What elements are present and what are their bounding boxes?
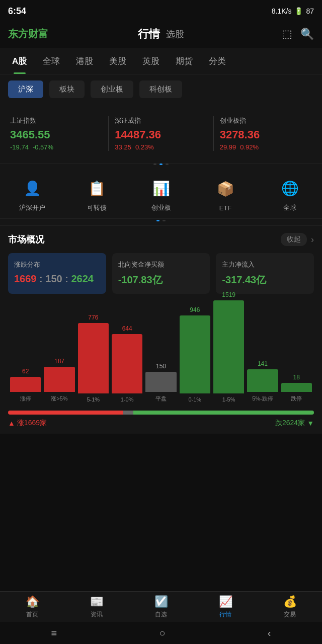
bar-flat-bar xyxy=(145,372,176,392)
tab-hk-stock[interactable]: 港股 xyxy=(68,48,101,74)
nav-news[interactable]: 📰 资讯 xyxy=(64,592,129,622)
watchlist-label: 自选 xyxy=(155,610,167,619)
index-shenzhen[interactable]: 深证成指 14487.36 33.25 0.23% xyxy=(113,112,209,155)
collapse-button[interactable]: 收起 xyxy=(281,233,307,246)
mainforce-card[interactable]: 主力净流入 -317.43亿 xyxy=(216,253,314,294)
northbound-title: 北向资金净买额 xyxy=(118,260,204,269)
tab-a-stock[interactable]: A股 xyxy=(4,48,35,74)
tab-categories[interactable]: 分类 xyxy=(201,48,234,74)
quick-account-open[interactable]: 👤 沪深开户 xyxy=(0,176,64,212)
sys-menu-button[interactable]: ≡ xyxy=(51,627,57,639)
market-label: 行情 xyxy=(219,610,231,619)
bar-5l-bar xyxy=(247,369,278,392)
bar-flat-label: 平盘 xyxy=(155,395,167,403)
global-label: 全球 xyxy=(283,203,296,212)
index-shenzhen-pct: 0.23% xyxy=(135,143,154,151)
rise-fall-bar xyxy=(8,411,314,415)
quick-chinext[interactable]: 📊 创业板 xyxy=(129,176,193,212)
subtab-chinext[interactable]: 创业板 xyxy=(91,80,133,98)
watchlist-icon: ☑️ xyxy=(154,595,168,608)
index-shenzhen-name: 深证成指 xyxy=(115,116,207,125)
rise-arrow-icon: ▲ xyxy=(8,419,15,427)
expand-icon: › xyxy=(311,234,314,245)
distribution-title: 涨跌分布 xyxy=(14,260,100,269)
bar-limit-up: 62 涨停 xyxy=(10,368,41,403)
mainforce-title: 主力净流入 xyxy=(222,260,308,269)
network-speed: 8.1K/s xyxy=(272,7,292,15)
bar-rise-5: 187 涨>5% xyxy=(44,358,74,403)
account-open-label: 沪深开户 xyxy=(19,203,45,212)
bar-chart: 62 涨停 187 涨>5% 776 5-1% 644 1-0% 150 平盘 xyxy=(8,302,314,403)
quick-etf[interactable]: 📦 ETF xyxy=(193,177,258,212)
distribution-value: 1669 : 150 : 2624 xyxy=(14,273,100,285)
bar-01-value: 946 xyxy=(190,306,200,313)
tab-us-stock[interactable]: 美股 xyxy=(101,48,134,74)
news-label: 资讯 xyxy=(91,610,103,619)
index-shenzhen-change: 33.25 xyxy=(115,143,131,151)
quick-convertible[interactable]: 📋 可转债 xyxy=(64,176,129,212)
bar-01-label: 0-1% xyxy=(188,396,201,403)
battery-level: 87 xyxy=(306,7,314,15)
sys-back-button[interactable]: ‹ xyxy=(268,627,271,639)
nav-trade[interactable]: 💰 交易 xyxy=(258,592,322,622)
bar-ld-value: 18 xyxy=(293,374,300,381)
sub-tabs: 沪深 板块 创业板 科创板 xyxy=(0,74,322,104)
subtab-shanghai-shenzhen[interactable]: 沪深 xyxy=(8,80,43,98)
index-chinext-value: 3278.36 xyxy=(220,128,312,141)
index-chinext-changes: 29.99 0.92% xyxy=(220,143,312,151)
sys-home-button[interactable]: ○ xyxy=(159,627,165,639)
tab-futures[interactable]: 期货 xyxy=(168,48,201,74)
bar-15-bar xyxy=(213,300,244,393)
bar-ld-label: 跌停 xyxy=(291,395,302,403)
bar-1-0: 644 1-0% xyxy=(112,325,142,403)
bar-01-bar xyxy=(180,315,210,393)
northbound-card[interactable]: 北向资金净买额 -107.83亿 xyxy=(112,253,210,294)
nav-market[interactable]: 📈 行情 xyxy=(193,592,258,622)
bar-rise5-value: 187 xyxy=(54,358,64,365)
bar-5l-value: 141 xyxy=(258,360,268,367)
home-label: 首页 xyxy=(26,610,38,619)
tab-uk-stock[interactable]: 英股 xyxy=(134,48,168,74)
etf-label: ETF xyxy=(219,204,232,212)
market-icon: 📈 xyxy=(219,595,232,608)
dist-up: 1669 xyxy=(14,273,37,284)
subtab-sector[interactable]: 板块 xyxy=(49,80,85,98)
index-shanghai-changes: -19.74 -0.57% xyxy=(10,143,102,151)
global-icon: 🌐 xyxy=(278,176,302,200)
index-shanghai[interactable]: 上证指数 3465.55 -19.74 -0.57% xyxy=(8,112,104,155)
index-shanghai-pct: -0.57% xyxy=(33,143,53,151)
q-dot-2 xyxy=(163,220,166,221)
bar-limitup-bar xyxy=(10,377,41,392)
chinext-icon: 📊 xyxy=(149,176,173,200)
app-logo: 东方财富 xyxy=(8,27,138,41)
sys-nav: ≡ ○ ‹ xyxy=(0,622,322,644)
dist-flat: 150 xyxy=(45,273,62,284)
page-subtitle[interactable]: 选股 xyxy=(166,28,184,40)
market-tabs: A股 全球 港股 美股 英股 期货 分类 xyxy=(0,48,322,74)
index-shenzhen-value: 14487.36 xyxy=(115,128,207,141)
rise-fall-labels: ▲ 涨1669家 跌2624家 ▼ xyxy=(8,419,314,428)
rise-count: 涨1669家 xyxy=(17,419,47,428)
dist-down: 2624 xyxy=(71,273,94,284)
nav-items: 🏠 首页 📰 资讯 ☑️ 自选 📈 行情 💰 交易 xyxy=(0,592,322,622)
home-icon: 🏠 xyxy=(26,595,39,608)
bar-0-1: 946 0-1% xyxy=(180,306,210,403)
index-chinext-name: 创业板指 xyxy=(220,116,312,125)
market-overview-header: 市场概况 收起 › xyxy=(0,226,322,253)
quick-dots xyxy=(0,219,322,226)
trade-icon: 💰 xyxy=(283,595,297,608)
page-title: 行情 xyxy=(138,27,160,42)
search-icon[interactable]: 🔍 xyxy=(300,28,314,41)
convertible-label: 可转债 xyxy=(87,203,107,212)
bottom-spacer xyxy=(0,434,322,486)
bar-51-bar xyxy=(78,323,109,393)
nav-home[interactable]: 🏠 首页 xyxy=(0,592,64,622)
index-chinext[interactable]: 创业板指 3278.36 29.99 0.92% xyxy=(218,112,314,155)
quick-global[interactable]: 🌐 全球 xyxy=(258,176,322,212)
distribution-card[interactable]: 涨跌分布 1669 : 150 : 2624 xyxy=(8,253,106,294)
nav-watchlist[interactable]: ☑️ 自选 xyxy=(129,592,193,622)
share-icon[interactable]: ⬚ xyxy=(282,28,292,41)
subtab-star[interactable]: 科创板 xyxy=(139,80,182,98)
tab-global[interactable]: 全球 xyxy=(35,48,68,74)
trade-label: 交易 xyxy=(284,610,296,619)
